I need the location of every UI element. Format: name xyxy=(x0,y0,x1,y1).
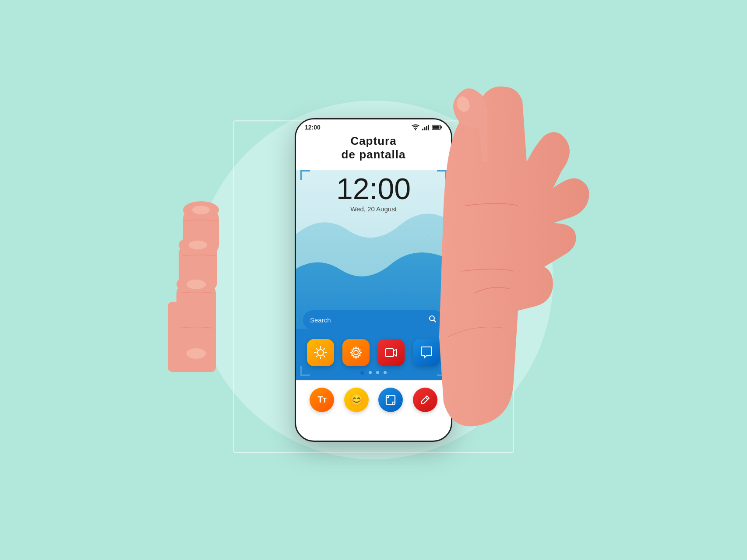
pencil-icon xyxy=(419,394,431,406)
svg-line-30 xyxy=(324,348,325,350)
search-bar[interactable]: Search xyxy=(303,310,444,330)
wifi-icon xyxy=(412,124,419,130)
messages-app-icon[interactable] xyxy=(413,339,440,366)
svg-point-32 xyxy=(354,350,358,355)
video-app-icon[interactable] xyxy=(377,339,405,366)
svg-line-35 xyxy=(426,397,428,399)
right-hand xyxy=(439,74,606,470)
svg-point-10 xyxy=(187,280,206,289)
page-dot-3 xyxy=(376,371,379,374)
svg-line-31 xyxy=(316,356,317,357)
svg-rect-19 xyxy=(433,126,440,129)
text-button[interactable]: Tт xyxy=(310,388,334,412)
hand-scene: 12:00 xyxy=(176,39,571,521)
svg-rect-15 xyxy=(426,126,427,130)
status-time: 12:00 xyxy=(305,124,321,131)
svg-point-11 xyxy=(189,241,207,249)
svg-rect-16 xyxy=(428,125,430,130)
page-dot-1 xyxy=(360,371,364,375)
settings-app-icon[interactable] xyxy=(342,339,370,366)
text-button-label: Tт xyxy=(317,395,326,405)
page-dot-2 xyxy=(369,371,372,374)
search-placeholder: Search xyxy=(310,316,331,324)
lock-time: 12:00 xyxy=(296,174,451,203)
svg-rect-33 xyxy=(385,349,394,357)
wallpaper: 12:00 Wed, 20 August Search xyxy=(296,166,451,380)
svg-point-12 xyxy=(192,206,210,214)
svg-line-28 xyxy=(316,348,317,350)
status-bar: 12:00 xyxy=(296,119,451,133)
search-icon xyxy=(428,315,437,326)
left-hand xyxy=(168,153,290,374)
emoji-button[interactable]: 😊 xyxy=(344,388,369,412)
svg-point-23 xyxy=(317,350,324,356)
phone-header: Captura de pantalla xyxy=(296,133,451,166)
emoji-button-label: 😊 xyxy=(349,393,363,406)
phone-title: Captura de pantalla xyxy=(303,134,444,161)
svg-rect-34 xyxy=(386,396,395,404)
weather-app-icon[interactable] xyxy=(307,339,334,366)
svg-point-9 xyxy=(187,348,206,359)
crop-button[interactable] xyxy=(378,388,403,412)
page-dots xyxy=(296,371,451,375)
svg-rect-8 xyxy=(168,302,216,372)
svg-rect-14 xyxy=(424,127,426,130)
svg-rect-13 xyxy=(422,129,423,130)
page-dot-4 xyxy=(384,371,387,374)
lock-date: Wed, 20 August xyxy=(296,205,451,213)
signal-icon xyxy=(422,124,429,130)
phone: 12:00 xyxy=(295,118,452,442)
bottom-toolbar: Tт 😊 xyxy=(296,380,451,419)
draw-button[interactable] xyxy=(413,388,437,412)
lock-content: 12:00 Wed, 20 August xyxy=(296,166,451,213)
app-icons-row xyxy=(303,339,444,366)
crop-icon xyxy=(385,394,396,406)
status-icons xyxy=(412,124,442,130)
svg-line-29 xyxy=(324,356,325,357)
